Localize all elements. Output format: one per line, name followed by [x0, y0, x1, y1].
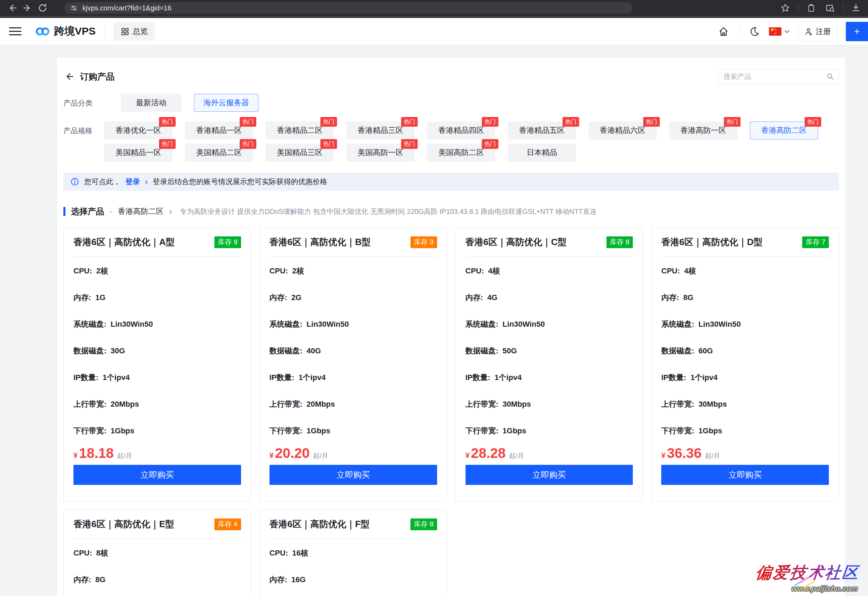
divider	[105, 26, 105, 37]
notice-prefix: 您可点此，	[84, 177, 121, 187]
spec-chips-row-2: 热门 美国精品一区 热门 美国精品二区 热门 美国精品三区	[104, 144, 818, 162]
stock-badge: 库存 9	[214, 236, 241, 248]
url-text: kjvps.com/cart?fid=1&gid=16	[83, 4, 172, 12]
dark-mode-moon-icon[interactable]	[748, 25, 761, 38]
spec-chip[interactable]: 热门 美国精品一区	[104, 144, 173, 162]
spec-chip[interactable]: 热门 美国高防一区	[346, 144, 415, 162]
divider	[739, 26, 739, 37]
product-card: 香港6区｜高防优化｜A型 库存 9 CPU:2核 内存:1G 系统磁盘:Lin3…	[64, 227, 251, 501]
register-button[interactable]: 注册	[798, 21, 837, 41]
divider	[661, 257, 829, 257]
hot-badge: 热门	[643, 117, 660, 127]
watermark-title: 偏爱技术社区	[754, 562, 861, 584]
spec-row-system-disk	[74, 593, 241, 596]
spec-chip[interactable]: 热门 美国高防二区	[427, 144, 495, 162]
spec-row-download: 下行带宽:1Gbps	[661, 417, 829, 444]
spec-chip[interactable]: 热门 香港精品五区	[508, 121, 576, 140]
menu-icon[interactable]	[9, 27, 21, 35]
spec-chip[interactable]: 日本精品	[508, 144, 576, 162]
product-card: 香港6区｜高防优化｜C型 库存 8 CPU:4核 内存:4G 系统磁盘:Lin3…	[455, 227, 643, 501]
reload-icon[interactable]	[37, 2, 49, 14]
product-card: 香港6区｜高防优化｜F型 库存 8 CPU:16核 内存:16G	[259, 509, 447, 596]
category-label: 产品分类	[64, 94, 104, 112]
spec-row-system-disk: 系统磁盘:Lin30Win50	[466, 311, 633, 338]
spec-chip-label: 美国精品一区	[116, 148, 161, 158]
price-amount: 28.28	[471, 446, 506, 461]
buy-now-button[interactable]: 立即购买	[661, 465, 829, 485]
hot-badge: 热门	[159, 139, 176, 149]
price-amount: 36.36	[667, 446, 702, 461]
spec-row-ip: IP数量:1个ipv4	[466, 364, 633, 391]
site-controls-icon	[70, 4, 78, 12]
search-input[interactable]	[723, 72, 823, 81]
price: ¥ 28.28 起/月	[466, 446, 633, 463]
product-title: 香港6区｜高防优化｜C型	[466, 236, 567, 248]
divider	[74, 538, 241, 539]
spec-chip[interactable]: 热门 香港精品六区	[589, 121, 657, 140]
person-plus-icon	[804, 27, 813, 35]
category-chip[interactable]: 海外云服务器	[194, 94, 259, 112]
forward-icon[interactable]	[21, 2, 33, 14]
hot-badge: 热门	[159, 117, 176, 127]
product-title: 香港6区｜高防优化｜E型	[74, 518, 174, 530]
spec-chip[interactable]: 热门 香港高防一区	[669, 121, 738, 140]
notice-suffix: 登录后结合您的账号情况展示您可实际获得的优惠价格	[153, 177, 327, 187]
hot-badge: 热门	[320, 139, 337, 149]
chevron-right-icon: ›	[145, 177, 148, 186]
spec-chip[interactable]: 热门 香港优化一区	[104, 121, 173, 140]
divider	[74, 257, 241, 257]
spec-chips-row-1: 热门 香港优化一区 热门 香港精品一区 热门 香港精品二区	[104, 121, 818, 140]
product-card: 香港6区｜高防优化｜B型 库存 3 CPU:2核 内存:2G 系统磁盘:Lin3…	[259, 227, 447, 501]
section-title: 选择产品	[71, 206, 104, 217]
spec-row-system-disk: 系统磁盘:Lin30Win50	[661, 311, 829, 338]
partial-primary-button[interactable]: +	[846, 22, 868, 41]
login-link[interactable]: 登录	[126, 177, 140, 187]
buy-now-button[interactable]: 立即购买	[269, 465, 437, 485]
tab-overview[interactable]: 总览	[114, 22, 155, 41]
product-title: 香港6区｜高防优化｜A型	[74, 236, 174, 248]
spec-chip[interactable]: 热门 美国精品二区	[185, 144, 253, 162]
price-unit: 起/月	[313, 451, 328, 460]
category-chip[interactable]: 最新活动	[121, 94, 182, 112]
product-title: 香港6区｜高防优化｜D型	[661, 236, 762, 248]
divider	[798, 4, 799, 12]
product-card: 香港6区｜高防优化｜D型 库存 7 CPU:4核 内存:8G 系统磁盘:Lin3…	[651, 227, 839, 501]
buy-now-button[interactable]: 立即购买	[74, 465, 241, 485]
home-icon[interactable]	[717, 25, 730, 38]
spec-chip[interactable]: 热门 香港精品三区	[346, 121, 415, 140]
divider	[843, 4, 843, 12]
spec-chip[interactable]: 热门 美国精品三区	[266, 144, 334, 162]
page-back-icon[interactable]	[64, 71, 75, 83]
spec-chip-label: 香港优化一区	[116, 125, 161, 136]
spec-chip[interactable]: 热门 香港精品四区	[427, 121, 495, 140]
china-flag-icon: ★ ★ ★ ★ ★	[769, 27, 781, 35]
price: ¥ 20.20 起/月	[269, 446, 437, 463]
brand-logo[interactable]: 跨境VPS	[35, 24, 96, 38]
spec-row-cpu: CPU:4核	[466, 258, 633, 284]
spec-row-cpu: CPU:8核	[74, 540, 241, 566]
spec-chip[interactable]: 热门 香港高防二区	[750, 121, 818, 140]
spec-chip-label: 香港精品二区	[277, 125, 323, 136]
bookmark-star-icon[interactable]	[779, 2, 791, 14]
price-unit: 起/月	[705, 451, 720, 460]
register-label: 注册	[816, 26, 831, 37]
search-tabs-icon[interactable]	[824, 2, 836, 14]
extensions-icon[interactable]	[805, 2, 817, 14]
download-icon[interactable]	[850, 2, 862, 14]
spec-row-memory: 内存:4G	[466, 284, 633, 311]
spec-chip[interactable]: 热门 香港精品二区	[266, 121, 334, 140]
spec-row-upload: 上行带宽:20Mbps	[74, 391, 241, 417]
category-chip-label: 最新活动	[136, 97, 167, 108]
language-selector[interactable]: ★ ★ ★ ★ ★	[769, 27, 790, 35]
spec-row-system-disk: 系统磁盘:Lin30Win50	[269, 311, 437, 338]
spec-row-ip: IP数量:1个ipv4	[269, 364, 437, 391]
currency-symbol: ¥	[74, 451, 78, 460]
address-bar[interactable]: kjvps.com/cart?fid=1&gid=16	[64, 2, 633, 14]
buy-now-button[interactable]: 立即购买	[466, 465, 633, 485]
spec-chip[interactable]: 热门 香港精品一区	[185, 121, 253, 140]
back-icon[interactable]	[6, 2, 18, 14]
spec-row-memory: 内存:2G	[269, 284, 437, 311]
login-notice-banner: 您可点此， 登录 › 登录后结合您的账号情况展示您可实际获得的优惠价格	[64, 173, 839, 191]
spec-row-data-disk: 数据磁盘:60G	[661, 338, 829, 364]
hot-badge: 热门	[401, 139, 418, 149]
